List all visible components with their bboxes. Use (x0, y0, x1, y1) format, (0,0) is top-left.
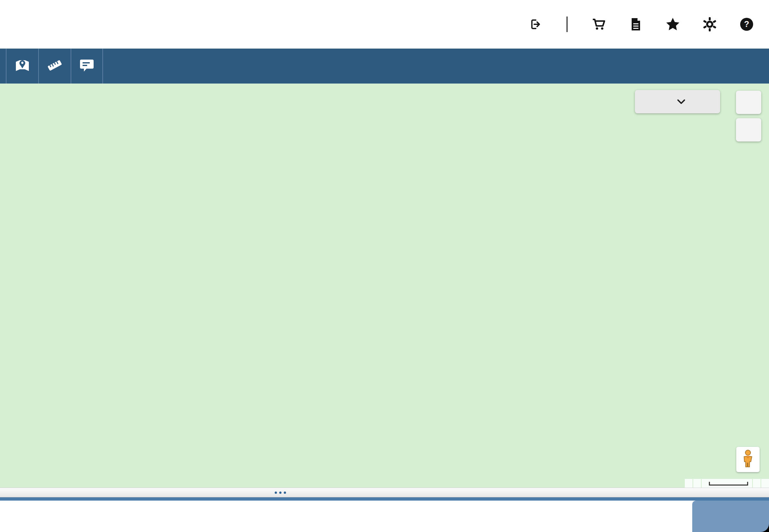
map-style-dropdown[interactable] (635, 90, 720, 113)
measure-tool-button[interactable] (38, 49, 71, 84)
cart-icon[interactable] (592, 17, 606, 32)
comment-tool-button[interactable] (71, 49, 103, 84)
header-divider (567, 17, 568, 32)
logout-icon[interactable] (528, 17, 543, 32)
terrain-map (0, 84, 769, 488)
pegman-streetview-button[interactable] (736, 447, 760, 472)
top-header: ? (0, 0, 769, 49)
svg-text:?: ? (744, 19, 749, 29)
reports-button[interactable] (692, 501, 769, 532)
comment-tool-icon (79, 58, 94, 74)
bottom-panel (0, 501, 769, 532)
zoom-in-button[interactable] (736, 91, 761, 114)
star-icon[interactable] (665, 17, 680, 32)
map-canvas[interactable] (0, 84, 769, 488)
map-tool-icon (15, 59, 30, 74)
scale-bar (709, 481, 748, 486)
drag-handle-dots-icon (275, 492, 286, 494)
app-window: ? (0, 0, 769, 532)
document-icon[interactable] (628, 17, 643, 32)
map-attribution (685, 479, 769, 488)
ruler-tool-icon (47, 58, 63, 74)
user-menu[interactable] (523, 17, 543, 32)
map-toolbar (0, 49, 769, 84)
help-icon[interactable]: ? (739, 17, 754, 32)
chevron-down-icon (677, 99, 685, 104)
panel-resize-handle[interactable] (0, 488, 769, 497)
gear-icon[interactable] (702, 17, 717, 32)
map-tool-button[interactable] (6, 49, 38, 84)
zoom-out-button[interactable] (736, 118, 761, 141)
pegman-icon (741, 449, 755, 470)
main-nav (16, 0, 36, 49)
panel-accent-bar (0, 497, 769, 501)
